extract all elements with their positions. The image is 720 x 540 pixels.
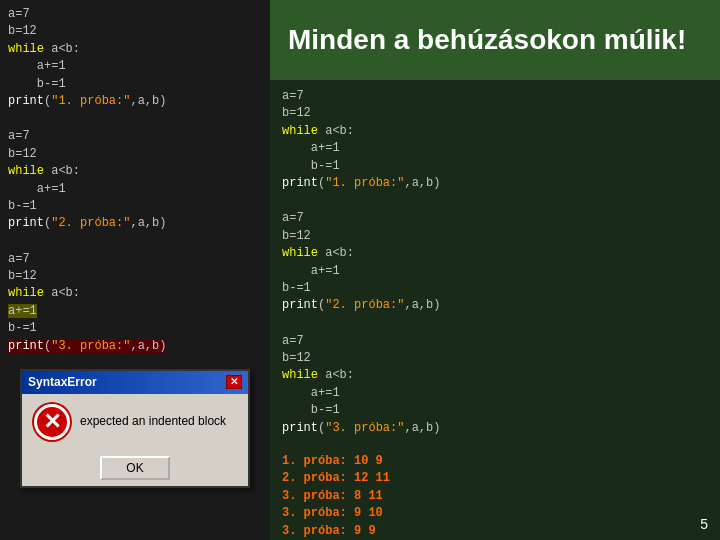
page-number: 5	[700, 516, 708, 532]
result-line-3: 3. próba: 8 11	[282, 488, 708, 505]
right-code-block-1: a=7 b=12 while a<b: a+=1 b-=1 print("1. …	[282, 88, 708, 192]
result-line-2: 2. próba: 12 11	[282, 470, 708, 487]
error-footer: OK	[22, 450, 248, 486]
ok-button[interactable]: OK	[100, 456, 169, 480]
error-dialog: SyntaxError ✕ ✕ expected an indented blo…	[20, 369, 250, 488]
right-code-line: a=7 b=12 while a<b: a+=1 b-=1 print("3. …	[282, 333, 708, 437]
right-code-line: a=7 b=12 while a<b: a+=1 b-=1 print("1. …	[282, 88, 708, 192]
right-code-line: a=7 b=12 while a<b: a+=1 b-=1 print("2. …	[282, 210, 708, 314]
code-line: a=7 b=12 while a<b: a+=1 b-=1 print("1. …	[8, 6, 262, 110]
code-block-3: a=7 b=12 while a<b: a+=1 b-=1 print("3. …	[8, 251, 262, 355]
error-body: ✕ expected an indented block	[22, 394, 248, 450]
left-code-panel: a=7 b=12 while a<b: a+=1 b-=1 print("1. …	[0, 0, 270, 540]
error-icon: ✕	[34, 404, 70, 440]
code-block-1: a=7 b=12 while a<b: a+=1 b-=1 print("1. …	[8, 6, 262, 110]
error-message: expected an indented block	[80, 413, 226, 430]
right-code-panel: a=7 b=12 while a<b: a+=1 b-=1 print("1. …	[270, 0, 720, 540]
right-code-block-3: a=7 b=12 while a<b: a+=1 b-=1 print("3. …	[282, 333, 708, 437]
error-title-bar: SyntaxError ✕	[22, 371, 248, 394]
code-block-2: a=7 b=12 while a<b: a+=1 b-=1 print("2. …	[8, 128, 262, 232]
result-line-4: 3. próba: 9 10	[282, 505, 708, 522]
error-title-text: SyntaxError	[28, 374, 97, 391]
result-line-5: 3. próba: 9 9	[282, 523, 708, 540]
code-line: a=7 b=12 while a<b: a+=1 b-=1 print("3. …	[8, 251, 262, 355]
slide-heading: Minden a behúzásokon múlik!	[270, 0, 720, 80]
results-section: 1. próba: 10 9 2. próba: 12 11 3. próba:…	[282, 453, 708, 540]
right-code-block-2: a=7 b=12 while a<b: a+=1 b-=1 print("2. …	[282, 210, 708, 314]
heading-text: Minden a behúzásokon múlik!	[288, 24, 686, 56]
close-button[interactable]: ✕	[226, 375, 242, 389]
result-line-1: 1. próba: 10 9	[282, 453, 708, 470]
code-line: a=7 b=12 while a<b: a+=1 b-=1 print("2. …	[8, 128, 262, 232]
